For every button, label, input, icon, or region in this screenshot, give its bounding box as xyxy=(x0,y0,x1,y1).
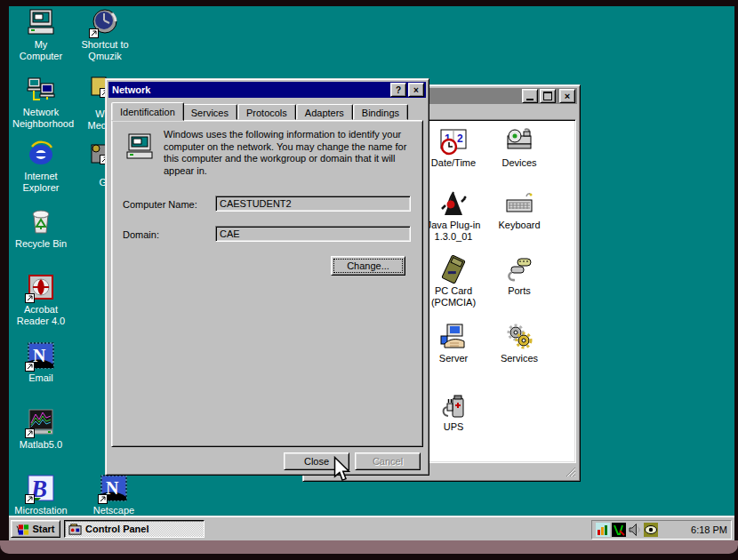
volume-icon[interactable] xyxy=(628,523,642,537)
identification-tab-page: Windows uses the following information t… xyxy=(111,120,423,447)
keyboard-icon xyxy=(505,189,533,218)
svg-text:N: N xyxy=(33,346,46,365)
desktop-icon-label: Med xyxy=(73,120,107,131)
cpl-item-ports[interactable]: Ports xyxy=(487,255,551,297)
desktop-icon-matlab[interactable]: Matlab5.0 xyxy=(9,408,73,451)
shortcut-arrow-icon xyxy=(25,494,35,504)
task-button-label: Control Panel xyxy=(85,524,149,534)
desktop-icon-acrobat-reader[interactable]: Acrobat Reader 4.0 xyxy=(9,273,73,327)
desktop-icon-network-neighborhood[interactable]: Network Neighborhood xyxy=(9,76,73,130)
server-icon xyxy=(439,323,468,351)
desktop-icon-label: Microstation xyxy=(14,505,67,516)
desktop-icon-email[interactable]: N Email xyxy=(9,341,73,384)
java-plugin-icon xyxy=(439,189,468,218)
taskbar: Start Control Panel 6:18 PM xyxy=(9,516,734,540)
change-button[interactable]: Change... xyxy=(331,256,405,276)
acrobat-reader-icon xyxy=(27,273,55,301)
computer-icon xyxy=(124,132,155,161)
tab-strip: Identification Services Protocols Adapte… xyxy=(113,102,421,121)
internet-explorer-icon xyxy=(27,140,55,168)
matlab-icon xyxy=(27,408,55,436)
cpl-item-ups[interactable]: UPS xyxy=(421,391,485,433)
desktop-icon-my-computer[interactable]: My Computer xyxy=(9,8,73,62)
minimize-button[interactable] xyxy=(522,89,538,103)
start-button[interactable]: Start xyxy=(11,520,60,538)
cpl-item-label: PC Card (PCMCIA) xyxy=(422,285,485,308)
cpl-item-label: Ports xyxy=(508,285,531,297)
monitor-bezel xyxy=(0,540,738,554)
tray-clock[interactable]: 6:18 PM xyxy=(660,524,727,535)
tab-protocols[interactable]: Protocols xyxy=(237,104,296,120)
resource-meter-icon[interactable] xyxy=(596,523,610,537)
desktop-icon-label: Internet Explorer xyxy=(12,171,69,194)
maximize-button[interactable] xyxy=(540,89,556,103)
tab-identification[interactable]: Identification xyxy=(111,102,184,121)
cpl-item-server[interactable]: Server xyxy=(421,323,485,364)
shortcut-arrow-icon xyxy=(25,428,35,438)
cancel-button[interactable]: Cancel xyxy=(355,452,421,470)
close-dialog-button[interactable]: × xyxy=(408,83,424,97)
devices-icon xyxy=(505,127,533,156)
desktop-icon-label: Netscape xyxy=(93,505,134,516)
cpl-item-label: Keyboard xyxy=(498,220,540,231)
svg-text:2: 2 xyxy=(457,132,463,145)
my-computer-icon xyxy=(27,8,55,36)
network-dialog-titlebar[interactable]: Network ? × xyxy=(108,82,426,98)
windows-flag-icon xyxy=(16,523,29,536)
tab-bindings[interactable]: Bindings xyxy=(353,104,408,120)
services-icon xyxy=(505,323,533,351)
computer-name-label: Computer Name: xyxy=(123,199,197,210)
computer-name-field[interactable]: CAESTUDENT2 xyxy=(215,196,411,212)
task-button-control-panel[interactable]: Control Panel xyxy=(64,520,205,538)
cpl-item-services[interactable]: Services xyxy=(487,323,551,364)
recycle-bin-icon xyxy=(27,207,55,236)
desktop-icon-qmuzik[interactable]: Shortcut to Qmuzik xyxy=(73,8,137,62)
desktop-icon-label: My Computer xyxy=(12,39,69,62)
cpl-item-label: Date/Time xyxy=(431,157,476,169)
ups-icon xyxy=(439,391,468,420)
tab-services[interactable]: Services xyxy=(182,104,237,120)
domain-field[interactable]: CAE xyxy=(215,226,411,242)
desktop-icon-microstation[interactable]: B Microstation xyxy=(9,474,73,516)
help-button[interactable]: ? xyxy=(390,83,406,97)
shortcut-arrow-icon xyxy=(98,494,108,504)
cpl-item-java-plugin[interactable]: Java Plug-in 1.3.0_01 xyxy=(421,189,485,243)
desktop-icon-label: Shortcut to Qmuzik xyxy=(76,39,133,62)
network-dialog: Network ? × Identification Services Prot… xyxy=(105,78,429,476)
close-window-button[interactable]: × xyxy=(559,89,575,103)
ports-icon xyxy=(505,255,533,284)
desktop-icon-recycle-bin[interactable]: Recycle Bin xyxy=(9,207,73,250)
pc-card-icon xyxy=(439,255,468,284)
tab-adapters[interactable]: Adapters xyxy=(296,104,353,120)
cpl-item-keyboard[interactable]: Keyboard xyxy=(487,189,551,231)
qmuzik-shortcut-icon xyxy=(91,8,119,36)
network-neighborhood-icon xyxy=(27,76,55,104)
desktop-icon-label: Wi xyxy=(78,108,107,119)
cpl-item-devices[interactable]: Devices xyxy=(487,127,551,169)
microstation-icon: B xyxy=(27,474,55,502)
desktop-icon-internet-explorer[interactable]: Internet Explorer xyxy=(9,140,73,194)
cpl-item-pc-card[interactable]: PC Card (PCMCIA) xyxy=(421,255,485,308)
domain-label: Domain: xyxy=(123,229,159,240)
desktop-icon-label: G xyxy=(78,177,107,188)
desktop-icon-label: Network Neighborhood xyxy=(12,107,69,130)
cpl-item-label: Services xyxy=(501,353,538,364)
cpl-item-label: Devices xyxy=(501,157,536,169)
virus-shield-icon[interactable] xyxy=(612,523,626,537)
cpl-item-date-time[interactable]: 12 Date/Time xyxy=(421,127,485,169)
desktop-icon-label: Matlab5.0 xyxy=(20,439,62,451)
date-time-icon: 12 xyxy=(439,127,468,156)
identification-description: Windows uses the following information t… xyxy=(164,129,420,177)
desktop: My Computer Shortcut to Qmuzik Network N… xyxy=(9,6,734,540)
desktop-icon-label: Email xyxy=(28,372,53,384)
shortcut-arrow-icon xyxy=(25,362,35,372)
display-eye-icon[interactable] xyxy=(644,523,658,537)
cpl-item-label: Server xyxy=(439,353,468,364)
svg-text:N: N xyxy=(106,478,119,498)
desktop-icon-netscape[interactable]: N Netscape xyxy=(82,474,146,516)
close-button[interactable]: Close xyxy=(284,452,349,470)
shortcut-arrow-icon xyxy=(89,28,99,38)
resize-grip[interactable] xyxy=(565,466,576,477)
control-panel-mini-icon xyxy=(68,523,82,536)
cpl-item-label: Java Plug-in 1.3.0_01 xyxy=(422,220,485,243)
